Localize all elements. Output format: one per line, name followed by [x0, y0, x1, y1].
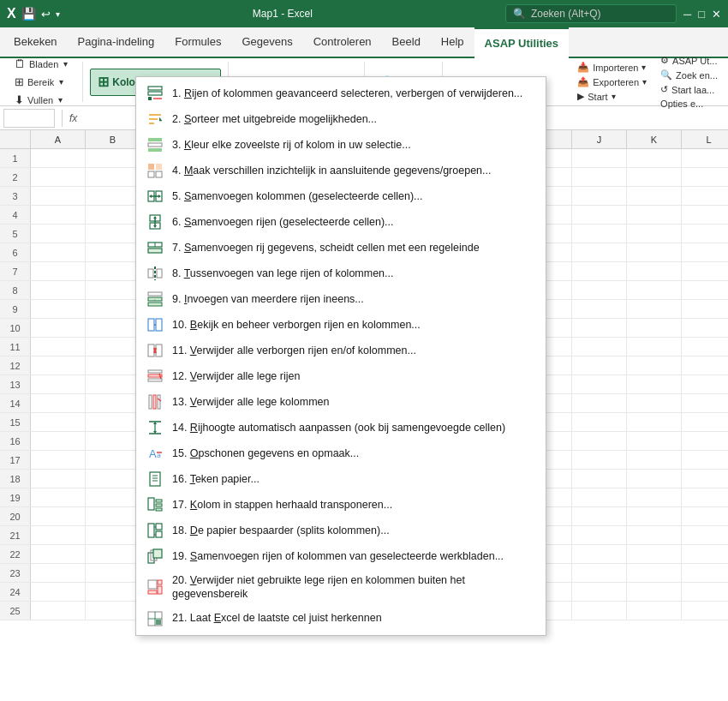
- cell[interactable]: [31, 225, 86, 243]
- name-box[interactable]: [3, 109, 55, 128]
- cell[interactable]: [627, 470, 682, 488]
- importeren-button[interactable]: 📥 Importeren ▾: [574, 61, 650, 74]
- cell[interactable]: [86, 262, 140, 280]
- cell[interactable]: [627, 602, 682, 620]
- cell[interactable]: [572, 545, 627, 563]
- tab-beeld[interactable]: Beeld: [382, 26, 431, 57]
- cell[interactable]: [86, 206, 140, 224]
- tab-help[interactable]: Help: [431, 26, 474, 57]
- cell[interactable]: [682, 168, 728, 186]
- cell[interactable]: [627, 432, 682, 450]
- cell[interactable]: [572, 432, 627, 450]
- menu-item[interactable]: 4. Maak verschillen inzichtelijk in aans…: [136, 158, 546, 183]
- menu-item[interactable]: 11. Verwijder alle verborgen rijen en/of…: [136, 338, 546, 363]
- cell[interactable]: [86, 225, 140, 243]
- cell[interactable]: [627, 206, 682, 224]
- cell[interactable]: [86, 300, 140, 318]
- cell[interactable]: [627, 375, 682, 393]
- cell[interactable]: [86, 432, 140, 450]
- menu-item[interactable]: 2. Sorteer met uitgebreide mogelijkheden…: [136, 106, 546, 132]
- cell[interactable]: [572, 413, 627, 431]
- cell[interactable]: [86, 507, 140, 525]
- cell[interactable]: [86, 168, 140, 186]
- cell[interactable]: [682, 187, 728, 205]
- cell[interactable]: [627, 451, 682, 469]
- cell[interactable]: [682, 281, 728, 299]
- cell[interactable]: [31, 168, 86, 186]
- cell[interactable]: [31, 488, 86, 506]
- cell[interactable]: [627, 338, 682, 356]
- menu-item[interactable]: 3. Kleur elke zoveelste rij of kolom in …: [136, 132, 546, 158]
- cell[interactable]: [627, 413, 682, 431]
- cell[interactable]: [627, 583, 682, 601]
- cell[interactable]: [572, 319, 627, 337]
- bladen-button[interactable]: 🗒 Bladen ▾: [7, 56, 75, 73]
- tab-formules[interactable]: Formules: [164, 26, 231, 57]
- cell[interactable]: [627, 225, 682, 243]
- menu-item[interactable]: 20. Verwijder niet gebruikte lege rijen …: [136, 569, 546, 606]
- cell[interactable]: [86, 545, 140, 563]
- start-button[interactable]: ▶ Start ▾: [574, 90, 650, 103]
- cell[interactable]: [31, 394, 86, 412]
- maximize-button[interactable]: □: [698, 8, 705, 21]
- cell[interactable]: [86, 564, 140, 582]
- vullen-button[interactable]: ⬇ Vullen ▾: [7, 92, 75, 109]
- menu-item[interactable]: 10. Bekijk en beheer verborgen rijen en …: [136, 312, 546, 338]
- cell[interactable]: [627, 564, 682, 582]
- cell[interactable]: [572, 526, 627, 544]
- cell[interactable]: [86, 338, 140, 356]
- cell[interactable]: [572, 206, 627, 224]
- cell[interactable]: [31, 507, 86, 525]
- tab-bekeken[interactable]: Bekeken: [3, 26, 68, 57]
- menu-item[interactable]: 14. Rijhoogte automatisch aanpassen (ook…: [136, 415, 546, 440]
- cell[interactable]: [31, 470, 86, 488]
- cell[interactable]: [31, 375, 86, 393]
- cell[interactable]: [86, 602, 140, 620]
- menu-item[interactable]: 12. Verwijder alle lege rijen: [136, 363, 546, 389]
- cell[interactable]: [86, 319, 140, 337]
- window-controls[interactable]: ─ □ ✕: [683, 8, 721, 21]
- cell[interactable]: [572, 507, 627, 525]
- cell[interactable]: [682, 319, 728, 337]
- menu-item[interactable]: 17. Kolom in stappen herhaald transponer…: [136, 492, 546, 518]
- cell[interactable]: [31, 319, 86, 337]
- cell[interactable]: [86, 526, 140, 544]
- cell[interactable]: [682, 432, 728, 450]
- cell[interactable]: [31, 243, 86, 261]
- cell[interactable]: [86, 394, 140, 412]
- cell[interactable]: [31, 206, 86, 224]
- cell[interactable]: [682, 583, 728, 601]
- start-laat-button[interactable]: ↺ Start laa...: [657, 83, 721, 96]
- cell[interactable]: [682, 356, 728, 374]
- cell[interactable]: [682, 206, 728, 224]
- cell[interactable]: [682, 243, 728, 261]
- cell[interactable]: [682, 300, 728, 318]
- cell[interactable]: [682, 338, 728, 356]
- cell[interactable]: [31, 281, 86, 299]
- cell[interactable]: [31, 545, 86, 563]
- cell[interactable]: [682, 451, 728, 469]
- cell[interactable]: [86, 583, 140, 601]
- cell[interactable]: [572, 470, 627, 488]
- cell[interactable]: [572, 168, 627, 186]
- cell[interactable]: [31, 526, 86, 544]
- cell[interactable]: [86, 488, 140, 506]
- cell[interactable]: [627, 243, 682, 261]
- cell[interactable]: [682, 225, 728, 243]
- cell[interactable]: [572, 356, 627, 374]
- cell[interactable]: [682, 545, 728, 563]
- cell[interactable]: [31, 262, 86, 280]
- cell[interactable]: [627, 545, 682, 563]
- cell[interactable]: [31, 149, 86, 167]
- tab-gegevens[interactable]: Gegevens: [231, 26, 302, 57]
- tab-asap[interactable]: ASAP Utilities: [474, 27, 569, 58]
- cell[interactable]: [31, 602, 86, 620]
- cell[interactable]: [682, 262, 728, 280]
- search-bar[interactable]: 🔍 Zoeken (Alt+Q): [505, 4, 677, 23]
- menu-item[interactable]: 8. Tussenvoegen van lege rijen of kolomm…: [136, 261, 546, 286]
- menu-item[interactable]: 6. Samenvoegen rijen (geselecteerde cell…: [136, 209, 546, 235]
- close-button[interactable]: ✕: [712, 8, 721, 21]
- cell[interactable]: [572, 281, 627, 299]
- cell[interactable]: [86, 149, 140, 167]
- cell[interactable]: [31, 338, 86, 356]
